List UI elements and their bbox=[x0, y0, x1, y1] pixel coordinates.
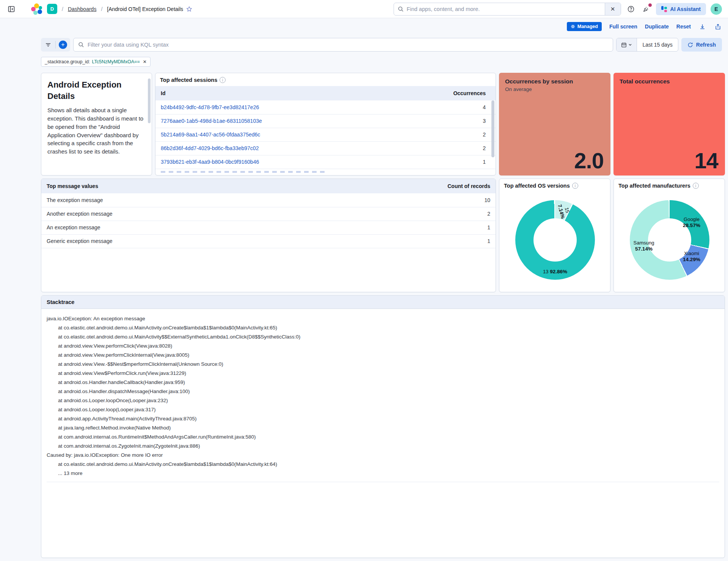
global-search-field[interactable] bbox=[394, 3, 605, 15]
metric-value: 2.0 bbox=[574, 148, 604, 173]
calendar-icon bbox=[621, 42, 627, 48]
top-message-values-panel: Top message values Count of records The … bbox=[41, 179, 496, 292]
refresh-button[interactable]: Refresh bbox=[681, 38, 722, 52]
chevron-down-icon bbox=[628, 43, 632, 47]
ai-assistant-button[interactable]: AI Assistant bbox=[656, 3, 706, 15]
os-versions-donut-chart[interactable]: 13 92.86% 157.14% bbox=[515, 200, 595, 280]
scrollbar-thumb[interactable] bbox=[148, 78, 151, 123]
add-filter-button[interactable]: + bbox=[56, 38, 70, 52]
metric-title: Total occurrences bbox=[620, 78, 719, 85]
info-icon[interactable]: i bbox=[693, 183, 699, 189]
column-header-occurrences[interactable]: Occurrences bbox=[394, 86, 496, 100]
refresh-icon bbox=[687, 42, 693, 48]
stacktrace-line: at co.elastic.otel.android.demo.ui.MainA… bbox=[47, 332, 719, 342]
metric-subtitle: On average bbox=[505, 86, 604, 92]
table-row: An exception message 1 bbox=[41, 221, 496, 234]
table-row: 5b214a69-8aa1-4407-ac56-0fdaa375ed6c 2 bbox=[155, 128, 496, 141]
reset-button[interactable]: Reset bbox=[676, 24, 691, 30]
table-row: 7276aae0-1ab5-498d-b1ae-68311058103e 3 bbox=[155, 114, 496, 128]
kql-input[interactable] bbox=[88, 42, 608, 48]
help-icon bbox=[627, 5, 635, 13]
table-row: Another exception message 2 bbox=[41, 207, 496, 221]
filter-icon bbox=[45, 42, 51, 48]
breadcrumb-dashboards[interactable]: Dashboards bbox=[68, 6, 97, 12]
clipped-table-row bbox=[161, 171, 328, 173]
query-bar: + Last 15 days Refresh bbox=[41, 38, 722, 52]
managed-badge[interactable]: Managed bbox=[567, 22, 602, 31]
remove-filter-icon[interactable]: ✕ bbox=[143, 59, 147, 64]
share-button[interactable] bbox=[714, 23, 722, 31]
star-icon bbox=[186, 6, 192, 12]
session-id-link[interactable]: b24b4492-9dfc-4d78-9fb7-ee3d82417e26 bbox=[161, 104, 259, 110]
occurrences-value: 2 bbox=[394, 141, 496, 155]
plus-icon: + bbox=[59, 41, 67, 49]
messages-table: Top message values Count of records The … bbox=[41, 179, 496, 248]
info-icon[interactable]: i bbox=[572, 183, 578, 189]
divider bbox=[47, 482, 719, 482]
newsfeed-button[interactable] bbox=[641, 4, 651, 14]
message-value: Another exception message bbox=[41, 207, 309, 221]
manufacturers-title: Top affected manufacturers bbox=[618, 183, 690, 189]
table-row: b24b4492-9dfc-4d78-9fb7-ee3d82417e26 4 bbox=[155, 100, 496, 114]
filter-menu-button[interactable] bbox=[41, 38, 55, 52]
donut-ring bbox=[515, 200, 595, 280]
global-search-input[interactable] bbox=[407, 6, 601, 12]
breadcrumb-separator: / bbox=[101, 6, 102, 12]
filter-controls: + bbox=[41, 38, 70, 52]
full-screen-button[interactable]: Full screen bbox=[609, 24, 637, 30]
stacktrace-line: at android.os.Handler.dispatchMessage(Ha… bbox=[47, 387, 719, 396]
stacktrace-body: java.io.IOException: An exception messag… bbox=[41, 309, 725, 486]
slice-label-samsung: Samsung57.14% bbox=[634, 240, 654, 252]
stacktrace-line: at android.os.Looper.loopOnce(Looper.jav… bbox=[47, 396, 719, 405]
filter-pill[interactable]: _stacktrace.group_id: LTc5NzMyMDMxOA== ✕ bbox=[41, 57, 151, 67]
project-badge[interactable]: D bbox=[47, 4, 57, 14]
occurrences-by-session-metric: Occurrences by session On average 2.0 bbox=[499, 73, 610, 176]
collapse-sidebar-button[interactable] bbox=[6, 4, 17, 14]
count-value: 1 bbox=[309, 234, 496, 248]
table-row: The exception message 10 bbox=[41, 193, 496, 207]
message-value: The exception message bbox=[41, 193, 309, 207]
notification-dot bbox=[648, 3, 652, 7]
manufacturers-donut-chart[interactable]: Google28.57% Xiaomi14.29% Samsung57.14% bbox=[630, 200, 709, 280]
occurrences-value: 4 bbox=[394, 100, 496, 114]
stacktrace-line: at android.view.View$PerformClick.run(Vi… bbox=[47, 369, 719, 378]
table-row: Generic exception message 1 bbox=[41, 234, 496, 248]
stacktrace-line: Caused by: java.io.IOException: One more… bbox=[47, 451, 719, 460]
slice-label-google: Google28.57% bbox=[683, 216, 700, 229]
managed-label: Managed bbox=[577, 24, 598, 29]
column-header-id[interactable]: Id bbox=[155, 86, 394, 100]
info-icon[interactable]: i bbox=[220, 77, 226, 83]
kql-search-bar[interactable] bbox=[73, 38, 613, 52]
date-picker: Last 15 days bbox=[616, 38, 678, 52]
date-picker-calendar-button[interactable] bbox=[617, 38, 637, 51]
sessions-panel-title: Top affected sessions bbox=[160, 77, 217, 83]
session-id-link[interactable]: 5b214a69-8aa1-4407-ac56-0fdaa375ed6c bbox=[161, 132, 260, 138]
breadcrumb-separator: / bbox=[62, 6, 63, 12]
time-range-value[interactable]: Last 15 days bbox=[637, 38, 678, 51]
column-header-count[interactable]: Count of records bbox=[309, 179, 496, 193]
markdown-panel: Android Exception Details Shows all deta… bbox=[41, 73, 152, 176]
user-avatar[interactable]: E bbox=[711, 3, 722, 15]
managed-icon bbox=[571, 24, 575, 29]
markdown-body: Shows all details about a single excepti… bbox=[41, 104, 152, 161]
session-id-link[interactable]: 3793b621-eb3f-4aa9-b804-0bc9f9160b46 bbox=[161, 159, 259, 165]
download-button[interactable] bbox=[698, 23, 706, 31]
top-affected-sessions-panel: Top affected sessions i Id Occurrences b… bbox=[155, 73, 496, 176]
duplicate-button[interactable]: Duplicate bbox=[645, 24, 669, 30]
clear-search-button[interactable]: ✕ bbox=[605, 3, 621, 15]
favorite-star-button[interactable] bbox=[186, 6, 192, 12]
filter-pill-field: _stacktrace.group_id: bbox=[45, 59, 90, 64]
stacktrace-line: at android.view.View.performClick(View.j… bbox=[47, 342, 719, 351]
session-id-link[interactable]: 7276aae0-1ab5-498d-b1ae-68311058103e bbox=[161, 118, 262, 124]
filter-pill-value: LTc5NzMyMDMxOA== bbox=[92, 59, 140, 64]
panel-left-icon bbox=[8, 5, 15, 13]
column-header-message[interactable]: Top message values bbox=[41, 179, 309, 193]
session-id-link[interactable]: 86b2d36f-4dd7-4029-bd6c-fba33eb97c02 bbox=[161, 145, 259, 151]
message-value: Generic exception message bbox=[41, 234, 309, 248]
ai-assistant-icon bbox=[661, 6, 667, 12]
scrollbar-thumb[interactable] bbox=[491, 100, 494, 157]
stacktrace-line: at co.elastic.otel.android.demo.ui.MainA… bbox=[47, 323, 719, 332]
help-button[interactable] bbox=[626, 4, 636, 14]
message-value: An exception message bbox=[41, 221, 309, 234]
top-navigation-bar: D / Dashboards / [Android OTel] Exceptio… bbox=[0, 0, 728, 18]
